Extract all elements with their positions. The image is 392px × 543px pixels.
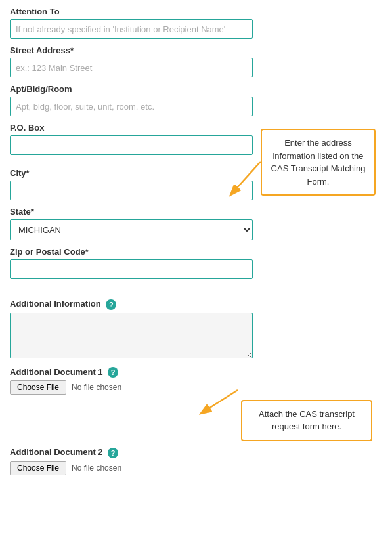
street-address-label: Street Address* [10,45,382,55]
additional-doc2-help-icon[interactable]: ? [108,448,118,458]
attention-to-group: Attention To [10,7,382,39]
zip-postal-label: Zip or Postal Code* [10,247,382,257]
address-callout-arrow [225,155,264,207]
apt-bldg-room-group: Apt/Bldg/Room [10,84,382,116]
state-select[interactable]: MICHIGAN ALABAMA ALASKA ARIZONA CALIFORN… [10,219,253,240]
additional-info-label: Additional Information ? [10,299,382,310]
additional-docs-section: Additional Document 1 ? Choose File No f… [10,367,382,475]
additional-doc1-help-icon[interactable]: ? [108,367,118,378]
apt-bldg-room-label: Apt/Bldg/Room [10,84,382,94]
street-address-group: Street Address* [10,45,382,77]
additional-info-group: Additional Information ? [10,299,382,360]
additional-doc1-choose-file-button[interactable]: Choose File [10,380,66,395]
street-address-input[interactable] [10,58,253,77]
additional-info-textarea[interactable] [10,313,253,358]
additional-info-help-icon[interactable]: ? [106,299,116,310]
cas-callout-arrow [192,387,244,426]
address-callout: Enter the address information listed on … [261,129,376,196]
additional-doc2-file-row: Choose File No file chosen [10,461,382,475]
zip-postal-group: Zip or Postal Code* [10,247,382,279]
state-group: State* MICHIGAN ALABAMA ALASKA ARIZONA C… [10,207,382,240]
attention-to-input[interactable] [10,19,253,39]
city-input[interactable] [10,181,253,200]
attention-to-label: Attention To [10,7,382,16]
cas-transcript-callout: Attach the CAS transcript request form h… [241,380,372,441]
state-label: State* [10,207,382,217]
additional-doc2-group: Additional Document 2 ? Choose File No f… [10,447,382,475]
po-box-input[interactable] [10,135,253,155]
additional-doc2-label: Additional Document 2 ? [10,447,382,458]
additional-doc2-file-status: No file chosen [72,464,121,473]
apt-bldg-room-input[interactable] [10,97,253,116]
zip-postal-input[interactable] [10,259,253,279]
additional-doc2-choose-file-button[interactable]: Choose File [10,461,66,475]
address-callout-text: Enter the address information listed on … [271,138,366,186]
cas-callout-text: Attach the CAS transcript request form h… [259,409,355,432]
additional-doc1-file-status: No file chosen [72,383,121,392]
additional-doc1-label: Additional Document 1 ? [10,367,382,378]
